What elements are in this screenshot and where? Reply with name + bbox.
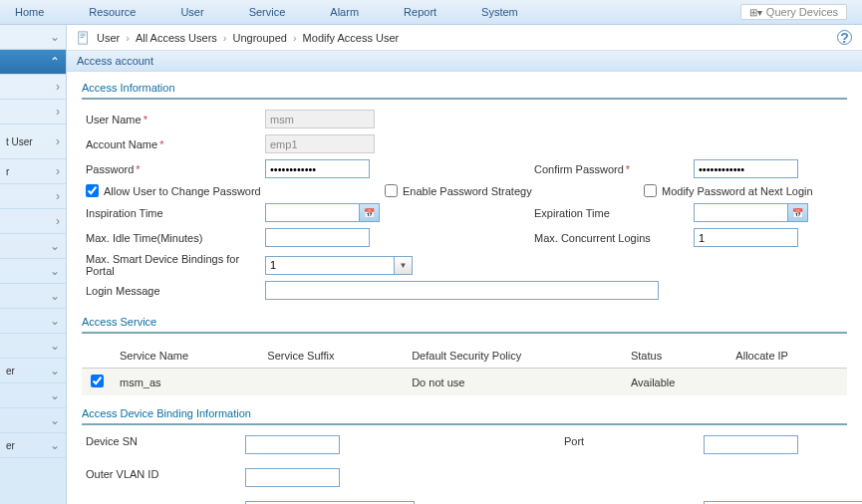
col-status: Status [623,344,727,369]
chevron-down-icon: ⌄ [50,30,60,44]
svg-rect-2 [81,35,86,36]
section-access-info: Access Information User Name* Account Na… [67,72,862,306]
section-title: Access Device Binding Information [82,403,847,425]
cell-security-policy: Do not use [404,369,623,396]
sidebar-row[interactable]: er⌄ [0,359,66,383]
sidebar-row[interactable]: ⌄ [0,309,66,334]
modify-next-login-label: Modify Password at Next Login [662,185,813,197]
query-devices-label: Query Devices [766,6,838,18]
breadcrumb-item[interactable]: User [97,32,120,44]
account-name-input [265,134,375,153]
chevron-down-icon: ⌄ [50,289,60,303]
sidebar: ⌄ ⌃ › › t User› r› › › ⌄ ⌄ ⌄ ⌄ ⌄ er⌄ ⌄ ⌄… [0,25,67,504]
max-smart-label: Max. Smart Device Bindings for Portal [86,253,265,277]
device-sn-input[interactable] [245,435,340,454]
device-sn-label: Device SN [86,435,245,447]
breadcrumb-sep: › [126,32,130,44]
menu-home[interactable]: Home [15,6,44,18]
max-concurrent-input[interactable] [694,228,798,247]
confirm-password-label: Confirm Password* [534,163,694,175]
sidebar-row[interactable]: ⌄ [0,408,66,433]
page-icon [77,31,91,45]
sidebar-row[interactable]: ⌄ [0,334,66,359]
menu-alarm[interactable]: Alarm [330,6,359,18]
port-input[interactable] [704,435,798,454]
section-title: Access Information [82,78,847,100]
enable-strategy-checkbox[interactable] [385,184,398,197]
chevron-right-icon: › [56,80,60,94]
breadcrumb-item[interactable]: Ungrouped [233,32,287,44]
max-smart-input[interactable] [265,256,395,275]
expiration-input[interactable] [694,203,788,222]
svg-rect-1 [81,33,86,34]
max-idle-label: Max. Idle Time(Minutes) [86,232,265,244]
chevron-down-icon: ⌄ [50,264,60,278]
user-name-input [265,110,375,128]
calendar-icon[interactable]: 📅 [788,203,808,222]
enable-strategy-label: Enable Password Strategy [403,185,532,197]
menu-service[interactable]: Service [249,6,286,18]
sidebar-row[interactable]: › [0,100,66,125]
chevron-down-icon: ⌄ [50,314,60,328]
breadcrumb: User › All Access Users › Ungrouped › Mo… [67,25,862,51]
menu-report[interactable]: Report [404,6,436,18]
chevron-right-icon: › [56,214,60,228]
sidebar-row[interactable]: er⌄ [0,433,66,458]
breadcrumb-item: Modify Access User [303,32,400,44]
sidebar-row[interactable]: ⌄ [0,25,66,50]
help-icon[interactable]: ? [837,30,852,45]
account-header: Access account [67,51,862,72]
sidebar-row[interactable]: r› [0,159,66,184]
service-table: Service Name Service Suffix Default Secu… [82,344,847,395]
content-area: User › All Access Users › Ungrouped › Mo… [67,25,862,504]
col-service-suffix: Service Suffix [259,344,404,369]
cell-service-name: msm_as [112,369,259,396]
menu-system[interactable]: System [481,6,518,18]
sidebar-row[interactable]: t User› [0,125,66,159]
sidebar-row[interactable]: › [0,75,66,100]
expiration-label: Expiration Time [534,207,694,219]
tree-icon: ⊞▾ [749,7,762,18]
chevron-right-icon: › [56,189,60,203]
chevron-right-icon: › [56,164,60,178]
chevron-down-icon: ⌄ [50,413,60,427]
confirm-password-input[interactable] [694,159,798,178]
sidebar-row[interactable]: ⌄ [0,234,66,259]
sidebar-row[interactable]: ⌄ [0,284,66,309]
password-input[interactable] [265,159,370,178]
service-row-checkbox[interactable] [91,375,104,387]
section-access-service: Access Service Service Name Service Suff… [67,306,862,397]
allow-change-checkbox[interactable] [86,184,99,197]
chevron-down-icon: ⌄ [50,239,60,253]
outer-vlan-label: Outer VLAN ID [86,468,245,480]
breadcrumb-sep: › [223,32,227,44]
outer-vlan-input[interactable] [245,468,340,487]
modify-next-login-checkbox[interactable] [644,184,657,197]
sidebar-row[interactable]: › [0,209,66,234]
login-msg-input[interactable] [265,281,659,300]
breadcrumb-sep: › [293,32,297,44]
calendar-icon[interactable]: 📅 [360,203,380,222]
sidebar-row[interactable]: ⌄ [0,383,66,408]
chevron-right-icon: › [56,105,60,119]
menu-resource[interactable]: Resource [89,6,136,18]
inspiration-label: Inspiration Time [86,207,265,219]
sidebar-row[interactable]: ⌄ [0,259,66,284]
chevron-up-icon: ⌃ [50,55,60,69]
col-service-name: Service Name [112,344,259,369]
chevron-right-icon: › [56,134,60,148]
inspiration-input[interactable] [265,203,360,222]
cell-allocate-ip [727,369,847,396]
sidebar-row[interactable]: › [0,184,66,209]
max-idle-input[interactable] [265,228,370,247]
query-devices-box[interactable]: ⊞▾ Query Devices [740,4,847,20]
menu-user[interactable]: User [180,6,203,18]
top-menu-bar: Home Resource User Service Alarm Report … [0,0,862,25]
allow-change-label: Allow User to Change Password [104,185,261,197]
dropdown-arrow-icon[interactable]: ▼ [395,256,413,275]
table-row[interactable]: msm_as Do not use Available [82,369,847,396]
chevron-down-icon: ⌄ [50,438,60,452]
sidebar-row[interactable]: ⌃ [0,50,66,75]
breadcrumb-item[interactable]: All Access Users [136,32,217,44]
login-msg-label: Login Message [86,285,265,297]
